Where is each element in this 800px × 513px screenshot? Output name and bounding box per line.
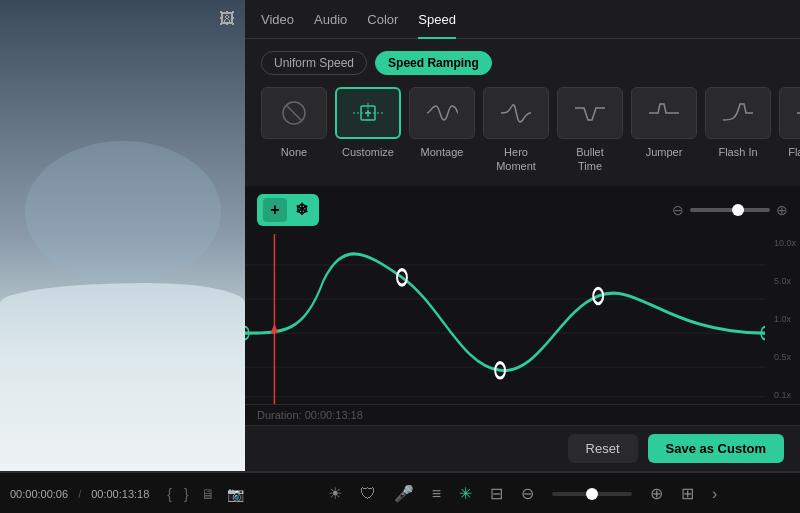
monitor-icon[interactable]: 🖥 <box>201 486 215 502</box>
preset-jumper-svg <box>644 98 684 128</box>
preset-none-svg <box>274 98 314 128</box>
curve-editor: + ❄ ⊖ ⊕ <box>245 186 800 425</box>
zoom-in-icon[interactable]: ⊕ <box>776 202 788 218</box>
speed-ramping-button[interactable]: Speed Ramping <box>375 51 492 75</box>
timeline-zoom-thumb <box>586 488 598 500</box>
action-bar: Reset Save as Custom <box>245 425 800 471</box>
preset-none[interactable]: None <box>261 87 327 174</box>
tab-color[interactable]: Color <box>367 12 398 39</box>
curve-buttons-group: + ❄ <box>257 194 319 226</box>
zoom-thumb <box>732 204 744 216</box>
tab-audio[interactable]: Audio <box>314 12 347 39</box>
tab-video[interactable]: Video <box>261 12 294 39</box>
preset-flash-out-svg <box>792 98 800 128</box>
presets-grid: None Customize <box>261 87 784 174</box>
preset-jumper[interactable]: Jumper <box>631 87 697 174</box>
y-label-01x: 0.1x <box>774 390 796 400</box>
preset-customize-svg <box>348 98 388 128</box>
preset-customize-icon-box <box>335 87 401 139</box>
preset-hero-moment[interactable]: HeroMoment <box>483 87 549 174</box>
current-time-display: 00:00:00:06 <box>10 488 68 500</box>
more-icon[interactable]: › <box>712 485 717 503</box>
curve-area: 10.0x 5.0x 1.0x 0.5x 0.1x <box>245 234 800 404</box>
preset-flash-out-icon-box <box>779 87 800 139</box>
tab-speed[interactable]: Speed <box>418 12 456 39</box>
preset-hero-label: HeroMoment <box>496 145 536 174</box>
y-axis-labels: 10.0x 5.0x 1.0x 0.5x 0.1x <box>774 234 796 404</box>
y-label-1x: 1.0x <box>774 314 796 324</box>
preset-montage-svg <box>422 98 462 128</box>
speed-icon[interactable]: ✳ <box>459 484 472 503</box>
y-label-10x: 10.0x <box>774 238 796 248</box>
speed-controls: Uniform Speed Speed Ramping None <box>245 39 800 186</box>
zoom-plus-icon[interactable]: ⊕ <box>650 484 663 503</box>
zoom-slider[interactable] <box>690 208 770 212</box>
y-label-05x: 0.5x <box>774 352 796 362</box>
timeline-area: 00:00:00:06 / 00:00:13:18 { } 🖥 📷 🔊 ⇄ <box>0 472 245 513</box>
svg-line-1 <box>286 105 302 121</box>
media-icon: 🖼 <box>219 10 235 28</box>
mark-out-icon[interactable]: } <box>184 486 189 502</box>
preset-bullet-icon-box <box>557 87 623 139</box>
preset-flash-in[interactable]: Flash In <box>705 87 771 174</box>
freeze-frame-button[interactable]: ❄ <box>289 198 313 222</box>
preset-flash-in-label: Flash In <box>718 145 757 159</box>
timeline-zoom-slider[interactable] <box>552 492 632 496</box>
text-icon[interactable]: ≡ <box>432 485 441 503</box>
mic-icon[interactable]: 🎤 <box>394 484 414 503</box>
curve-toolbar: + ❄ ⊖ ⊕ <box>245 186 800 234</box>
preset-bullet-svg <box>570 98 610 128</box>
zoom-out-icon[interactable]: ⊖ <box>672 202 684 218</box>
uniform-speed-button[interactable]: Uniform Speed <box>261 51 367 75</box>
video-thumbnail <box>0 0 245 471</box>
speed-curve-svg[interactable] <box>245 234 765 404</box>
preset-customize[interactable]: Customize <box>335 87 401 174</box>
preset-bullet-time[interactable]: BulletTime <box>557 87 623 174</box>
curve-zoom-control: ⊖ ⊕ <box>672 202 788 218</box>
y-label-5x: 5.0x <box>774 276 796 286</box>
preset-none-label: None <box>281 145 307 159</box>
preset-montage-label: Montage <box>421 145 464 159</box>
preset-flash-out-label: Flash Out <box>788 145 800 159</box>
speed-mode-toggle: Uniform Speed Speed Ramping <box>261 51 784 75</box>
preset-jumper-icon-box <box>631 87 697 139</box>
crop-icon[interactable]: ⊟ <box>490 484 503 503</box>
shield-icon[interactable]: 🛡 <box>360 485 376 503</box>
preset-jumper-label: Jumper <box>646 145 683 159</box>
zoom-minus-icon[interactable]: ⊖ <box>521 484 534 503</box>
preset-customize-label: Customize <box>342 145 394 159</box>
preset-montage[interactable]: Montage <box>409 87 475 174</box>
sun-icon[interactable]: ☀ <box>328 484 342 503</box>
tab-bar: Video Audio Color Speed <box>245 0 800 39</box>
duration-value: 00:00:13:18 <box>305 409 363 421</box>
preset-hero-icon-box <box>483 87 549 139</box>
duration-bar: Duration: 00:00:13:18 <box>245 404 800 425</box>
total-time-display: 00:00:13:18 <box>91 488 149 500</box>
mark-in-icon[interactable]: { <box>167 486 172 502</box>
save-custom-button[interactable]: Save as Custom <box>648 434 784 463</box>
preset-flash-in-svg <box>718 98 758 128</box>
add-keyframe-button[interactable]: + <box>263 198 287 222</box>
preset-flash-out[interactable]: Flash Out <box>779 87 800 174</box>
camera-icon[interactable]: 📷 <box>227 486 244 502</box>
video-preview-panel: 🖼 <box>0 0 245 471</box>
preset-bullet-label: BulletTime <box>576 145 604 174</box>
editor-panel: Video Audio Color Speed Uniform Speed Sp… <box>245 0 800 471</box>
preset-hero-svg <box>496 98 536 128</box>
reset-button[interactable]: Reset <box>568 434 638 463</box>
preset-montage-icon-box <box>409 87 475 139</box>
bottom-toolbar: ☀ 🛡 🎤 ≡ ✳ ⊟ ⊖ ⊕ ⊞ › <box>245 472 800 513</box>
grid-icon[interactable]: ⊞ <box>681 484 694 503</box>
preset-none-icon-box <box>261 87 327 139</box>
preset-flash-in-icon-box <box>705 87 771 139</box>
duration-label: Duration: <box>257 409 302 421</box>
svg-marker-18 <box>271 323 279 332</box>
